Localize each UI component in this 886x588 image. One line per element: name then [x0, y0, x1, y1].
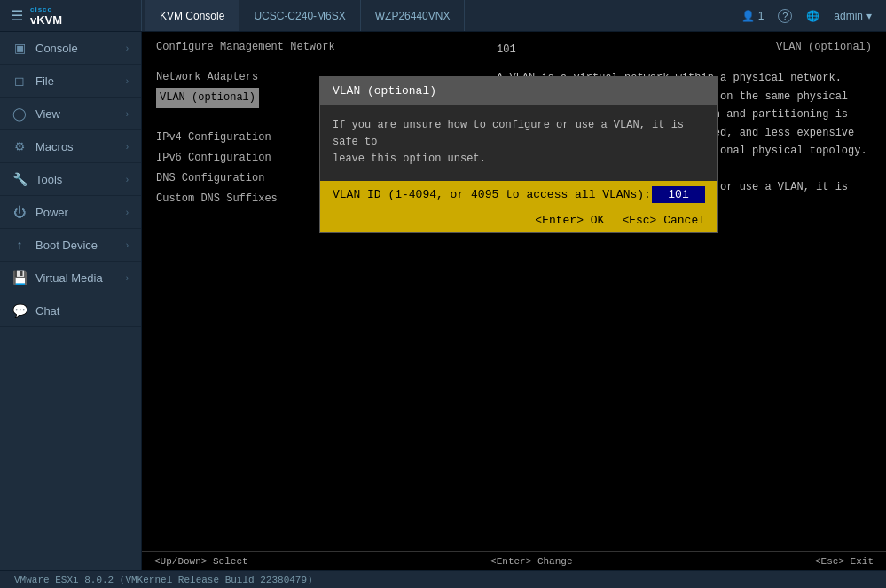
console-icon: ▣ — [12, 41, 27, 55]
dialog-title: VLAN (optional) — [333, 84, 436, 98]
sidebar-item-label-file: File — [35, 74, 54, 88]
vlan-id-input[interactable] — [652, 186, 705, 203]
admin-menu[interactable]: admin ▾ — [834, 10, 872, 22]
globe-symbol: 🌐 — [806, 10, 819, 22]
sidebar-item-tools[interactable]: 🔧 Tools › — [0, 163, 141, 196]
hint-exit: <Esc> Exit — [815, 556, 874, 567]
brand: cisco vKVM — [30, 5, 62, 27]
sidebar-item-boot-device[interactable]: ↑ Boot Device › — [0, 229, 141, 262]
dialog-buttons: <Enter> OK <Esc> Cancel — [320, 208, 717, 232]
tools-icon: 🔧 — [12, 172, 27, 186]
admin-label: admin — [834, 10, 863, 22]
cisco-label: cisco — [30, 5, 62, 13]
sidebar-item-console[interactable]: ▣ Console › — [0, 32, 141, 65]
dialog-input-label: VLAN ID (1-4094, or 4095 to access all V… — [333, 188, 652, 201]
chevron-right-icon: › — [126, 273, 129, 283]
sidebar-item-virtual-media[interactable]: 💾 Virtual Media › — [0, 262, 141, 294]
vlan-id-value: 101 — [497, 41, 872, 59]
status-bar-text: VMware ESXi 8.0.2 (VMKernel Release Buil… — [14, 575, 313, 585]
vlan-dialog: VLAN (optional) If you are unsure how to… — [319, 76, 718, 233]
sidebar-item-label-virtual-media: Virtual Media — [35, 271, 103, 285]
sidebar-item-file[interactable]: ◻ File › — [0, 65, 141, 98]
sidebar-item-label-macros: Macros — [35, 140, 74, 153]
sidebar-item-chat[interactable]: 💬 Chat — [0, 294, 141, 327]
logo-area: ☰ cisco vKVM — [0, 0, 142, 31]
chevron-right-icon: › — [126, 76, 129, 86]
topbar-right-icons: 👤 1 ? 🌐 admin ▾ — [741, 9, 886, 23]
sidebar-item-label-view: View — [35, 107, 60, 121]
status-bar: VMware ESXi 8.0.2 (VMKernel Release Buil… — [0, 570, 886, 588]
sidebar-item-label-power: Power — [35, 206, 68, 219]
tab-wzp26440vnx[interactable]: WZP26440VNX — [361, 0, 466, 31]
topbar: ☰ cisco vKVM KVM Console UCSC-C240-M6SX … — [0, 0, 886, 32]
boot-device-icon: ↑ — [12, 238, 27, 252]
sidebar-item-label-console: Console — [35, 42, 78, 55]
sidebar-item-label-boot-device: Boot Device — [35, 239, 98, 252]
sidebar-item-label-tools: Tools — [35, 173, 62, 186]
hint-select: <Up/Down> Select — [154, 556, 248, 567]
tab-ucsc-c240[interactable]: UCSC-C240-M6SX — [239, 0, 360, 31]
dialog-ok-button[interactable]: <Enter> OK — [535, 214, 604, 227]
kvm-hint-bar: <Up/Down> Select <Enter> Change <Esc> Ex… — [142, 551, 886, 570]
vkvm-label: vKVM — [30, 13, 62, 27]
dialog-cancel-button[interactable]: <Esc> Cancel — [622, 214, 705, 227]
sidebar: ▣ Console › ◻ File › ◯ View › ⚙ Macros — [0, 32, 142, 570]
power-icon: ⏻ — [12, 205, 27, 219]
dialog-title-bar: VLAN (optional) — [320, 77, 717, 105]
sidebar-item-view[interactable]: ◯ View › — [0, 98, 141, 130]
admin-chevron-icon: ▾ — [866, 10, 872, 22]
globe-icon[interactable]: 🌐 — [806, 10, 819, 22]
sidebar-item-label-chat: Chat — [35, 304, 59, 318]
terminal-title-left: Configure Management Network — [156, 41, 335, 53]
help-icon[interactable]: ? — [778, 9, 792, 23]
dialog-body-text: If you are unsure how to configure or us… — [333, 119, 684, 165]
user-count: 1 — [758, 10, 764, 22]
chevron-right-icon: › — [126, 240, 129, 250]
tab-kvm-console[interactable]: KVM Console — [145, 0, 239, 31]
menu-item-vlan: VLAN (optional) — [156, 88, 259, 108]
user-count-icon[interactable]: 👤 1 — [741, 10, 764, 22]
sidebar-item-macros[interactable]: ⚙ Macros › — [0, 130, 141, 163]
kvm-area[interactable]: Configure Management Network VLAN (optio… — [142, 32, 886, 570]
virtual-media-icon: 💾 — [12, 270, 27, 285]
chat-icon: 💬 — [12, 303, 27, 318]
dialog-body: If you are unsure how to configure or us… — [320, 105, 717, 181]
main-content: ▣ Console › ◻ File › ◯ View › ⚙ Macros — [0, 32, 886, 570]
chevron-right-icon: › — [126, 109, 129, 119]
view-icon: ◯ — [12, 106, 27, 121]
user-icon: 👤 — [741, 10, 755, 22]
file-icon: ◻ — [12, 74, 27, 88]
chevron-right-icon: › — [126, 142, 129, 152]
tab-bar: KVM Console UCSC-C240-M6SX WZP26440VNX — [142, 0, 741, 31]
question-icon: ? — [778, 9, 792, 23]
hint-change: <Enter> Change — [490, 556, 572, 567]
dialog-input-row: VLAN ID (1-4094, or 4095 to access all V… — [320, 181, 717, 208]
chevron-right-icon: › — [126, 208, 129, 217]
sidebar-item-power[interactable]: ⏻ Power › — [0, 196, 141, 229]
kvm-screen[interactable]: Configure Management Network VLAN (optio… — [142, 32, 886, 551]
macros-icon: ⚙ — [12, 139, 27, 153]
chevron-right-icon: › — [126, 175, 129, 184]
hamburger-icon[interactable]: ☰ — [11, 7, 23, 25]
chevron-right-icon: › — [126, 43, 129, 53]
